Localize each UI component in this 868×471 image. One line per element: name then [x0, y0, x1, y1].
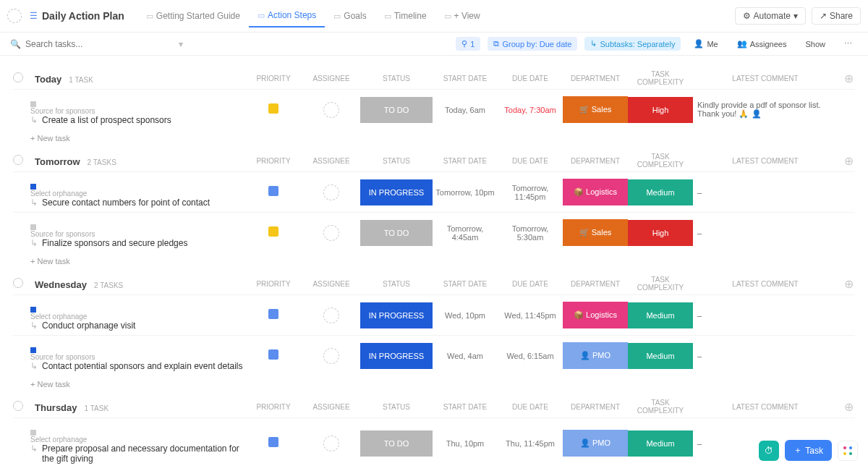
column-header: ASSIGNEE	[302, 403, 360, 411]
tab-timeline[interactable]: ▭Timeline	[375, 5, 435, 27]
column-header: START DATE	[433, 75, 498, 82]
parent-task: Select orphanage	[30, 190, 244, 198]
task-row[interactable]: Select orphanage↳Conduct orphanage visit…	[13, 294, 855, 335]
task-row[interactable]: Source for sponsors↳Finalize sponsors an…	[13, 212, 855, 253]
tab-action-steps[interactable]: ▭Action Steps	[249, 4, 325, 27]
department-cell[interactable]: 👤 PMO	[563, 430, 628, 457]
parent-task: Source for sponsors	[30, 353, 244, 361]
complexity-cell[interactable]: High	[628, 220, 693, 246]
task-row[interactable]: Source for sponsors↳Create a list of pro…	[13, 89, 855, 130]
assignee-cell[interactable]	[302, 225, 360, 241]
comment-cell: –	[693, 188, 838, 197]
assignee-cell[interactable]	[302, 307, 360, 323]
tab--view[interactable]: ▭+ View	[435, 5, 489, 27]
priority-cell[interactable]	[244, 103, 302, 116]
column-header: DUE DATE	[498, 403, 563, 411]
status-cell[interactable]: TO DO	[360, 97, 433, 123]
assignee-cell[interactable]	[302, 184, 360, 200]
start-date-cell[interactable]: Today, 6am	[433, 106, 498, 114]
due-date-cell[interactable]: Tomorrow, 5:30am	[498, 224, 563, 242]
automate-button[interactable]: ⚙ Automate ▾	[735, 7, 806, 25]
search-dropdown[interactable]: ▾	[174, 39, 187, 49]
complexity-cell[interactable]: Medium	[628, 179, 693, 205]
priority-cell[interactable]	[244, 309, 302, 321]
me-label: Me	[707, 40, 718, 48]
task-row[interactable]: Select orphanage↳Prepare proposal and ne…	[13, 417, 855, 468]
complexity-cell[interactable]: Medium	[628, 302, 693, 328]
new-task-button[interactable]: + New task	[13, 468, 855, 471]
filter-count[interactable]: ⚲ 1	[456, 37, 480, 51]
department-cell[interactable]: 📦 Logistics	[563, 302, 628, 328]
assignee-cell[interactable]	[302, 436, 360, 451]
view-tabs: ▭Getting Started Guide▭Action Steps▭Goal…	[137, 4, 735, 27]
show-filter[interactable]: Show	[799, 38, 831, 51]
column-header: PRIORITY	[244, 280, 302, 288]
task-row[interactable]: Select orphanage↳Secure contact numbers …	[13, 171, 855, 212]
department-cell[interactable]: 🛒 Sales	[563, 219, 628, 246]
collapse-icon[interactable]	[13, 72, 23, 82]
complexity-cell[interactable]: High	[628, 97, 693, 123]
status-cell[interactable]: TO DO	[360, 220, 433, 246]
priority-cell[interactable]	[244, 226, 302, 239]
column-header: ASSIGNEE	[302, 280, 360, 288]
start-date-cell[interactable]: Wed, 4am	[433, 352, 498, 360]
due-date-cell[interactable]: Tomorrow, 11:45pm	[498, 184, 563, 201]
collapse-icon[interactable]	[13, 401, 23, 411]
department-cell[interactable]: 👤 PMO	[563, 342, 628, 369]
svg-point-3	[849, 452, 852, 455]
add-column-icon[interactable]: ⊕	[838, 400, 859, 414]
new-task-fab[interactable]: ＋ Task	[785, 440, 832, 461]
fab-area: ⏱ ＋ Task	[759, 440, 858, 461]
timer-fab[interactable]: ⏱	[759, 441, 779, 461]
flag-icon	[268, 349, 278, 360]
complexity-cell[interactable]: Medium	[628, 430, 693, 457]
start-date-cell[interactable]: Tomorrow, 10pm	[433, 188, 498, 197]
add-column-icon[interactable]: ⊕	[838, 154, 859, 168]
share-button[interactable]: ↗ Share	[812, 7, 861, 25]
app-logo[interactable]	[7, 9, 22, 23]
due-date-cell[interactable]: Wed, 6:15am	[498, 352, 563, 360]
subtasks-pill[interactable]: ↳ Subtasks: Separately	[584, 37, 681, 51]
me-filter[interactable]: 👤 Me	[688, 37, 723, 51]
group-day: Thursday	[35, 402, 77, 413]
parent-task: Select orphanage	[30, 313, 244, 321]
collapse-icon[interactable]	[13, 155, 23, 165]
new-task-button[interactable]: + New task	[13, 253, 855, 266]
due-date-cell[interactable]: Wed, 11:45pm	[498, 311, 563, 320]
column-header: PRIORITY	[244, 75, 302, 82]
flag-icon	[268, 103, 278, 114]
due-date-cell[interactable]: Thu, 11:45pm	[498, 439, 563, 448]
start-date-cell[interactable]: Wed, 10pm	[433, 311, 498, 320]
new-task-button[interactable]: + New task	[13, 375, 855, 389]
complexity-cell[interactable]: Medium	[628, 343, 693, 369]
assignee-cell[interactable]	[302, 102, 360, 118]
new-task-button[interactable]: + New task	[13, 130, 855, 143]
assignee-cell[interactable]	[302, 348, 360, 364]
task-row[interactable]: Source for sponsors↳Contact potential sp…	[13, 335, 855, 375]
start-date-cell[interactable]: Thu, 10pm	[433, 439, 498, 448]
search-input[interactable]	[25, 39, 170, 49]
status-cell[interactable]: IN PROGRESS	[360, 343, 433, 369]
apps-fab[interactable]	[838, 441, 858, 461]
add-column-icon[interactable]: ⊕	[838, 277, 859, 291]
start-date-cell[interactable]: Tomorrow, 4:45am	[433, 224, 498, 242]
priority-cell[interactable]	[244, 186, 302, 198]
add-column-icon[interactable]: ⊕	[838, 72, 859, 85]
svg-point-0	[843, 446, 846, 449]
group-by-pill[interactable]: ⧉ Group by: Due date	[488, 37, 577, 51]
department-cell[interactable]: 🛒 Sales	[563, 96, 628, 123]
tab-goals[interactable]: ▭Goals	[325, 5, 375, 27]
collapse-icon[interactable]	[13, 278, 23, 288]
status-cell[interactable]: TO DO	[360, 430, 433, 457]
assignees-filter[interactable]: 👥 Assignees	[731, 37, 793, 51]
task-name: ↳Secure contact numbers for point of con…	[30, 198, 244, 208]
status-cell[interactable]: IN PROGRESS	[360, 179, 433, 205]
due-date-cell[interactable]: Today, 7:30am	[498, 106, 563, 114]
status-cell[interactable]: IN PROGRESS	[360, 302, 433, 328]
tab-getting-started-guide[interactable]: ▭Getting Started Guide	[137, 5, 249, 27]
column-header: STATUS	[360, 280, 433, 288]
priority-cell[interactable]	[244, 349, 302, 362]
priority-cell[interactable]	[244, 437, 302, 449]
more-menu[interactable]: ⋯	[838, 37, 858, 51]
department-cell[interactable]: 📦 Logistics	[563, 179, 628, 205]
